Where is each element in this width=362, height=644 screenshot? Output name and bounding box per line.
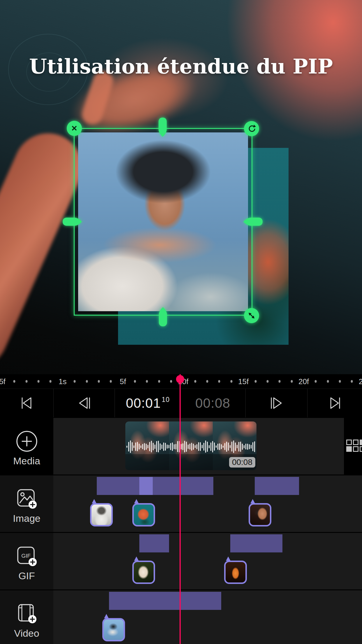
ruler-dot <box>254 380 256 383</box>
skip-to-start-button[interactable] <box>0 389 54 417</box>
image-clip-bar-highlight <box>139 477 153 495</box>
audio-waveform <box>126 440 256 454</box>
marker-pointer <box>92 499 96 503</box>
ruler-dot <box>50 380 52 383</box>
total-duration-display: 00:08 <box>180 389 246 417</box>
track-label-gif: GIF <box>18 570 35 582</box>
ruler-dot <box>74 380 76 383</box>
previous-frame-button[interactable] <box>54 389 115 417</box>
add-image-icon <box>16 487 37 510</box>
marker-image-statue[interactable] <box>90 503 113 526</box>
video-editor-screen: Utilisation étendue du PIP ✕ <box>0 0 362 644</box>
add-media-icon <box>16 430 38 453</box>
marker-gif-cocktail[interactable] <box>224 561 247 584</box>
track-row-gif: GIF GIF <box>0 533 362 589</box>
grid-square <box>353 440 359 445</box>
grid-square <box>360 446 362 452</box>
ruler-dot <box>218 380 220 383</box>
next-frame-button[interactable] <box>246 389 307 417</box>
grid-square <box>353 446 359 452</box>
ruler-dot <box>13 380 15 383</box>
pip-layer-portrait[interactable] <box>78 132 248 311</box>
marker-image-portrait[interactable] <box>249 503 271 526</box>
track-label-video: Video <box>14 628 39 639</box>
ruler-dot <box>98 380 100 383</box>
current-time: 00:0110 <box>126 395 169 411</box>
step-back-icon <box>77 396 92 411</box>
pip-selection-frame[interactable] <box>74 128 252 316</box>
ruler-dot <box>291 380 293 383</box>
page-title: Utilisation étendue du PIP <box>0 54 362 78</box>
marker-video-clip[interactable] <box>102 618 125 641</box>
stretch-handle-bottom[interactable] <box>158 307 168 327</box>
ruler-dot <box>194 380 196 383</box>
ruler-tick-label: 25f <box>359 377 362 386</box>
marker-pointer <box>104 614 109 618</box>
gif-clip-bar[interactable] <box>230 534 282 552</box>
add-video-icon <box>16 602 37 625</box>
image-clip-bar[interactable] <box>97 477 213 495</box>
stretch-handle-left[interactable] <box>62 217 82 227</box>
playhead-handle[interactable] <box>176 375 184 383</box>
skip-to-end-button[interactable] <box>307 389 362 417</box>
track-layout-button[interactable] <box>344 418 362 475</box>
current-frame: 10 <box>162 396 170 403</box>
ruler-dot <box>339 380 341 383</box>
ruler-dot <box>315 380 317 383</box>
add-video-button[interactable]: Video <box>0 590 53 644</box>
ruler-dot <box>170 380 172 383</box>
video-clip-bar[interactable] <box>109 592 221 610</box>
ruler-dot <box>86 380 88 383</box>
ruler-tick-label: 20f <box>298 377 309 386</box>
rotate-icon <box>247 124 256 133</box>
resize-diagonal-icon <box>247 311 256 320</box>
track-row-video: Video <box>0 590 362 644</box>
ruler-dot <box>230 380 232 383</box>
transport-bar: 00:0110 00:08 <box>0 388 362 417</box>
total-duration: 00:08 <box>195 395 230 411</box>
ruler-dot <box>134 380 136 383</box>
marker-image-flower[interactable] <box>132 503 155 526</box>
add-gif-icon: GIF <box>16 545 37 568</box>
ruler-tick-label: 15f <box>238 377 249 386</box>
image-clip-bar[interactable] <box>255 477 299 495</box>
video-preview[interactable]: Utilisation étendue du PIP ✕ <box>0 0 362 374</box>
marker-pointer <box>250 499 255 503</box>
ruler-dot <box>266 380 268 383</box>
ruler-dot <box>110 380 112 383</box>
media-clip[interactable]: 00:08 <box>125 421 256 470</box>
ruler-dot <box>351 380 353 383</box>
stretch-handle-right[interactable] <box>243 217 263 227</box>
add-gif-button[interactable]: GIF GIF <box>0 533 53 589</box>
track-label-media: Media <box>13 455 40 467</box>
clip-duration-badge: 00:08 <box>229 457 255 468</box>
ruler-tick-label: 1s <box>59 377 66 386</box>
stretch-handle-top[interactable] <box>158 117 168 137</box>
close-icon: ✕ <box>71 125 78 132</box>
marker-gif-flower[interactable] <box>132 561 155 584</box>
marker-pointer <box>134 499 139 503</box>
grid-square <box>346 446 352 452</box>
skip-start-icon <box>19 396 34 411</box>
grid-square <box>360 440 362 445</box>
ruler-dot <box>38 380 40 383</box>
ruler-tick-label: 5f <box>120 377 126 386</box>
ruler-dot <box>146 380 148 383</box>
gif-clip-bar[interactable] <box>139 534 169 552</box>
marker-pointer <box>134 556 139 561</box>
resize-handle[interactable] <box>244 308 259 323</box>
playhead-line[interactable] <box>180 374 181 644</box>
add-media-button[interactable]: Media <box>0 418 53 475</box>
add-image-button[interactable]: Image <box>0 475 53 532</box>
grid-square <box>346 440 352 445</box>
gif-icon-text: GIF <box>21 553 31 559</box>
ruler-tick-label: 5f <box>0 377 6 386</box>
track-label-image: Image <box>13 513 41 524</box>
step-forward-icon <box>269 396 284 411</box>
ruler-dot <box>279 380 281 383</box>
delete-handle[interactable]: ✕ <box>67 121 82 136</box>
rotate-handle[interactable] <box>244 121 259 136</box>
track-row-image: Image <box>0 475 362 532</box>
ruler-dot <box>158 380 160 383</box>
ruler-dot <box>25 380 27 383</box>
